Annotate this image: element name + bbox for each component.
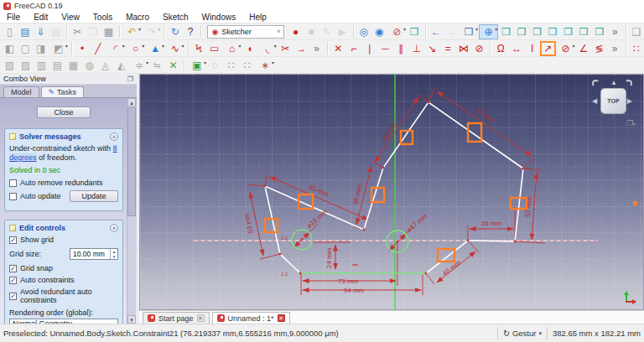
- convert-to-bspline-button[interactable]: ◍: [81, 58, 97, 73]
- fit-all-button[interactable]: ◎: [356, 24, 372, 39]
- reorient-sketch-button[interactable]: ◩: [49, 41, 69, 56]
- view-left-button[interactable]: ❒: [592, 24, 608, 39]
- print-button[interactable]: ▤: [49, 24, 65, 39]
- auto-update-checkbox[interactable]: [9, 193, 17, 200]
- view-bottom-button[interactable]: ❒: [576, 24, 592, 39]
- create-polygon-button[interactable]: ⌂: [222, 41, 242, 56]
- select-constraint-elements-button[interactable]: ▣: [187, 58, 207, 73]
- create-rectangle-button[interactable]: ▭: [206, 41, 222, 56]
- constraint-perpendicular-button[interactable]: ⊥: [408, 41, 424, 56]
- fit-selection-button[interactable]: ◉: [371, 24, 387, 39]
- auto-remove-redundants-checkbox[interactable]: [9, 179, 17, 187]
- create-conic-button[interactable]: ▲: [145, 41, 165, 56]
- rescale-sketch-button[interactable]: ∗: [255, 58, 275, 73]
- menu-item[interactable]: Edit: [27, 12, 55, 23]
- select-origin-button[interactable]: ◌: [207, 58, 223, 73]
- save-button[interactable]: ⇓: [33, 24, 49, 39]
- coincidence-marker[interactable]: 1 2: [281, 272, 288, 277]
- create-line-button[interactable]: ╱: [90, 41, 106, 56]
- zoom-tools-button[interactable]: ⊕: [479, 24, 498, 39]
- create-slot-button[interactable]: ◖: [242, 41, 258, 56]
- scroll-down-icon[interactable]: ▼: [127, 315, 136, 324]
- view-section-button[interactable]: ▢: [18, 41, 34, 56]
- extra-toolbar-button[interactable]: ❑: [629, 24, 644, 39]
- spinner-arrows[interactable]: ▴▾: [110, 249, 117, 259]
- constraint-equal-button[interactable]: =: [440, 41, 456, 56]
- nav-left-icon[interactable]: ◀: [592, 98, 597, 105]
- map-sketch-button[interactable]: ◨: [33, 41, 49, 56]
- menu-item[interactable]: File: [0, 12, 27, 23]
- copy-button[interactable]: ❐: [86, 24, 101, 39]
- leave-sketch-button[interactable]: ◧: [2, 41, 18, 56]
- decrease-bspline-degree-button[interactable]: ◭: [113, 58, 129, 73]
- toolbar-overflow-button[interactable]: »: [607, 24, 623, 39]
- workbench-selector[interactable]: ◉ Sketcher ˅: [207, 25, 284, 39]
- constraint-point-on-object-button[interactable]: ⌐: [346, 41, 362, 56]
- join-curves-button[interactable]: ✕: [165, 58, 181, 73]
- auto-constraints-checkbox[interactable]: ✓: [9, 277, 17, 284]
- view-isometric-button[interactable]: ❒: [498, 24, 514, 39]
- tab-model[interactable]: Model: [3, 86, 39, 97]
- update-button[interactable]: Update: [70, 190, 118, 202]
- macro-edit-button[interactable]: ✎: [319, 24, 335, 39]
- collapse-icon[interactable]: ∧: [110, 224, 118, 232]
- navigation-cube[interactable]: ▲ ▼ ◀ ▶ TOP ❒: [590, 79, 637, 127]
- nav-back-button[interactable]: ←: [428, 24, 444, 39]
- menu-item[interactable]: Windows: [195, 12, 243, 23]
- close-icon[interactable]: ✕: [278, 314, 285, 322]
- view-front-button[interactable]: ❒: [514, 24, 530, 39]
- constraint-coincident-button[interactable]: ✕: [330, 41, 346, 56]
- new-file-button[interactable]: ▯: [2, 24, 18, 39]
- dim-94mm[interactable]: 94 mm: [344, 287, 365, 294]
- nav-rotate-right-icon[interactable]: [625, 80, 632, 87]
- menu-item[interactable]: Help: [242, 12, 273, 23]
- open-file-button[interactable]: ▤: [18, 24, 34, 39]
- close-button[interactable]: Close: [37, 106, 91, 118]
- view-top-button[interactable]: ❒: [529, 24, 545, 39]
- menu-item[interactable]: Tools: [86, 12, 119, 23]
- tab-unnamed-document[interactable]: Unnamed : 1* ✕: [212, 312, 290, 324]
- navigation-style-dropdown[interactable]: ↻ Gestur ▾: [503, 329, 542, 338]
- select-conflicting-constraints-button[interactable]: ∷: [239, 58, 255, 73]
- menu-item[interactable]: Sketch: [156, 12, 195, 23]
- create-bspline-button[interactable]: ∿: [165, 41, 185, 56]
- nav-up-icon[interactable]: ▲: [610, 80, 617, 86]
- increase-bspline-degree-button[interactable]: ◬: [97, 58, 113, 73]
- constraint-distance-button[interactable]: ↗: [540, 41, 556, 56]
- 3d-viewport[interactable]: 53 mm 85 mm 61 mm 48 mm 67 mm 57 mm 35 m…: [139, 74, 644, 310]
- extend-edge-button[interactable]: →: [293, 41, 309, 56]
- paste-button[interactable]: ▦: [101, 24, 117, 39]
- constraint-block-button[interactable]: ⊘: [471, 41, 487, 56]
- nav-right-icon[interactable]: ▶: [627, 98, 632, 105]
- view-rotation-mode-button[interactable]: ❒: [460, 24, 479, 39]
- show-grid-checkbox[interactable]: ✓: [9, 236, 17, 244]
- toggle-driving-constraint-button[interactable]: ∷: [629, 41, 644, 56]
- view-rear-button[interactable]: ❒: [560, 24, 576, 39]
- dim-35mm[interactable]: 35 mm: [481, 220, 502, 227]
- menu-item[interactable]: View: [55, 12, 86, 23]
- collapse-icon[interactable]: ∧: [110, 132, 118, 141]
- redo-button[interactable]: ↷: [142, 24, 161, 39]
- panel-scrollbar[interactable]: ▲ ▼: [127, 98, 136, 324]
- grid-size-input[interactable]: 10.00 mm ▴▾: [70, 248, 118, 260]
- view-axonometric-button[interactable]: ❒: [407, 24, 423, 39]
- combo-view-titlebar[interactable]: Combo View ❐: [0, 74, 137, 85]
- show-bspline-control-polygon-button[interactable]: ▨: [18, 58, 34, 73]
- decrease-knot-multiplicity-button[interactable]: ≒: [149, 58, 165, 73]
- macro-stop-button[interactable]: ■: [304, 24, 319, 39]
- macro-record-button[interactable]: ●: [288, 24, 304, 39]
- geometry-overflow-button[interactable]: »: [309, 41, 325, 56]
- draw-style-button[interactable]: ⊘: [387, 24, 407, 39]
- constraint-parallel-button[interactable]: ∥: [393, 41, 409, 56]
- scrollbar-thumb[interactable]: [127, 107, 136, 216]
- create-circle-button[interactable]: ○: [126, 41, 146, 56]
- create-polyline-button[interactable]: Ϟ: [191, 41, 207, 56]
- constraint-vertical-button[interactable]: |: [361, 41, 377, 56]
- constraint-tangent-button[interactable]: ↘: [424, 41, 440, 56]
- whats-this-button[interactable]: ?: [183, 24, 199, 39]
- constraint-lock-button[interactable]: Ω: [493, 41, 509, 56]
- nav-rotate-left-icon[interactable]: [592, 80, 600, 87]
- show-bspline-degree-button[interactable]: ▧: [2, 58, 18, 73]
- dim-73mm[interactable]: 73 mm: [338, 277, 359, 285]
- coincidence-marker[interactable]: 1 2: [281, 236, 288, 241]
